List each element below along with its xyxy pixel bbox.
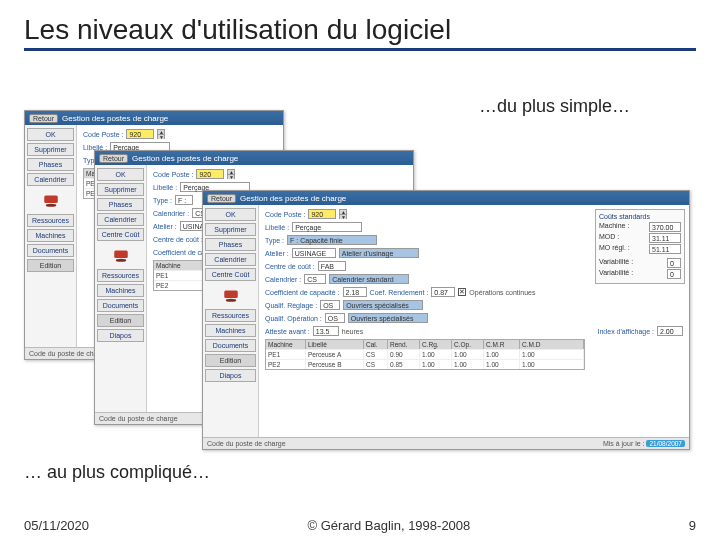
code-spinner[interactable]: ▲▼	[227, 169, 235, 179]
delete-button[interactable]: Supprimer	[205, 223, 256, 236]
phases-button[interactable]: Phases	[27, 158, 74, 171]
machines-button[interactable]: Machines	[97, 284, 144, 297]
sidebar: OK Supprimer Phases Calendrier Ressource…	[25, 125, 77, 347]
status-right: Mis à jour le : 21/08/2007	[603, 440, 685, 447]
phases-button[interactable]: Phases	[205, 238, 256, 251]
titlebar: Retour Gestion des postes de charge	[95, 151, 413, 165]
code-spinner[interactable]: ▲▼	[157, 129, 165, 139]
code-field[interactable]: 920	[196, 169, 224, 179]
col-cmr: C.M.R	[484, 340, 520, 349]
calendar-button[interactable]: Calendrier	[27, 173, 74, 186]
edition-button[interactable]: Edition	[27, 259, 74, 272]
svg-rect-2	[114, 251, 128, 259]
calendrier-field[interactable]: CS	[304, 274, 326, 284]
footer-copyright: © Gérard Baglin, 1998-2008	[308, 518, 471, 533]
label-calendrier: Calendrier :	[153, 210, 189, 217]
delete-button[interactable]: Supprimer	[27, 143, 74, 156]
form-main: Code Poste : 920 ▲▼ ✕ Poste critique Lib…	[259, 205, 689, 437]
delete-button[interactable]: Supprimer	[97, 183, 144, 196]
col-crg: C.Rg.	[420, 340, 452, 349]
window-complex: Retour Gestion des postes de charge OK S…	[202, 190, 690, 450]
atelier-field[interactable]: USINAGE	[292, 248, 336, 258]
table-row: PE1Perceuse ACS0.901.001.001.001.00	[266, 349, 584, 359]
back-button[interactable]: Retour	[99, 154, 128, 163]
label-code: Code Poste :	[153, 171, 193, 178]
costs-title: Coûts standards	[599, 213, 681, 220]
var2-field[interactable]: 0	[667, 269, 681, 279]
edition-button[interactable]: Edition	[97, 314, 144, 327]
svg-rect-0	[44, 196, 58, 204]
phases-button[interactable]: Phases	[97, 198, 144, 211]
documents-button[interactable]: Documents	[97, 299, 144, 312]
resources-button[interactable]: Ressources	[27, 214, 74, 227]
type-field[interactable]: F : Capacité finie	[287, 235, 377, 245]
var1-field[interactable]: 0	[667, 258, 681, 268]
ops-checkbox[interactable]: ✕	[458, 288, 466, 296]
edition-button[interactable]: Edition	[205, 354, 256, 367]
resources-button[interactable]: Ressources	[205, 309, 256, 322]
updated-date: 21/08/2007	[646, 440, 685, 447]
label-ops: Opérations continues	[469, 289, 535, 296]
machines-button[interactable]: Machines	[27, 229, 74, 242]
atelier-desc: Atelier d'usinage	[339, 248, 419, 258]
label-calendrier: Calendrier :	[265, 276, 301, 283]
footer-date: 05/11/2020	[24, 518, 89, 533]
index-field[interactable]: 2.00	[657, 326, 683, 336]
qreg-field[interactable]: OS	[320, 300, 340, 310]
calendar-button[interactable]: Calendrier	[205, 253, 256, 266]
label-coef: Coefficient de capacité :	[265, 289, 340, 296]
label-type: Type :	[265, 237, 284, 244]
qop-desc: Ouvriers spécialisés	[348, 313, 428, 323]
documents-button[interactable]: Documents	[205, 339, 256, 352]
code-field[interactable]: 920	[308, 209, 336, 219]
label-rendement: Coef. Rendement :	[370, 289, 429, 296]
label-heures: heures	[342, 328, 363, 335]
back-button[interactable]: Retour	[207, 194, 236, 203]
machines-button[interactable]: Machines	[205, 324, 256, 337]
title-underline	[24, 48, 696, 51]
calendar-button[interactable]: Calendrier	[97, 213, 144, 226]
centre-cout-button[interactable]: Centre Coût	[97, 228, 144, 241]
label-qreg: Qualif. Réglage :	[265, 302, 317, 309]
screenshots-stage: Retour Gestion des postes de charge OK S…	[24, 110, 696, 460]
coef-field[interactable]: 2.18	[343, 287, 367, 297]
table-row: PE2Perceuse BCS0.851.001.001.001.00	[266, 359, 584, 369]
diapos-button[interactable]: Diapos	[97, 329, 144, 342]
machines-table: Machine Libellé Cal. Rend. C.Rg. C.Op. C…	[265, 339, 585, 370]
label-code: Code Poste :	[265, 211, 305, 218]
type-field[interactable]: F :	[175, 195, 193, 205]
calendrier-desc: Calendrier standard	[329, 274, 409, 284]
qreg-desc: Ouvriers spécialisés	[343, 300, 423, 310]
qop-field[interactable]: OS	[325, 313, 345, 323]
atteste-field[interactable]: 13.5	[313, 326, 339, 336]
window-title: Gestion des postes de charge	[62, 114, 168, 123]
ok-button[interactable]: OK	[27, 128, 74, 141]
code-field[interactable]: 920	[126, 129, 154, 139]
cost-mod: 31.11	[649, 233, 681, 243]
centrecout-field[interactable]: FAB	[318, 261, 346, 271]
col-cop: C.Op.	[452, 340, 484, 349]
cost-moregl: 51.11	[649, 244, 681, 254]
svg-point-1	[45, 204, 56, 207]
caption-complex: … au plus compliqué…	[24, 462, 210, 483]
resources-button[interactable]: Ressources	[97, 269, 144, 282]
svg-rect-4	[224, 291, 238, 299]
status-bar: Code du poste de charge Mis à jour le : …	[203, 437, 689, 449]
col-libelle: Libellé	[306, 340, 364, 349]
sidebar: OK Supprimer Phases Calendrier Centre Co…	[203, 205, 259, 437]
diapos-button[interactable]: Diapos	[205, 369, 256, 382]
col-cal: Cal.	[364, 340, 388, 349]
rendement-field[interactable]: 0.87	[431, 287, 455, 297]
ok-button[interactable]: OK	[205, 208, 256, 221]
costs-panel: Coûts standards Machine :370.00 MOD :31.…	[595, 209, 685, 284]
label-atelier: Atelier :	[265, 250, 289, 257]
titlebar: Retour Gestion des postes de charge	[25, 111, 283, 125]
centre-cout-button[interactable]: Centre Coût	[205, 268, 256, 281]
documents-button[interactable]: Documents	[27, 244, 74, 257]
code-spinner[interactable]: ▲▼	[339, 209, 347, 219]
back-button[interactable]: Retour	[29, 114, 58, 123]
col-machine: Machine	[266, 340, 306, 349]
ok-button[interactable]: OK	[97, 168, 144, 181]
col-cmd: C.M.D	[520, 340, 584, 349]
libelle-field[interactable]: Perçage	[292, 222, 362, 232]
